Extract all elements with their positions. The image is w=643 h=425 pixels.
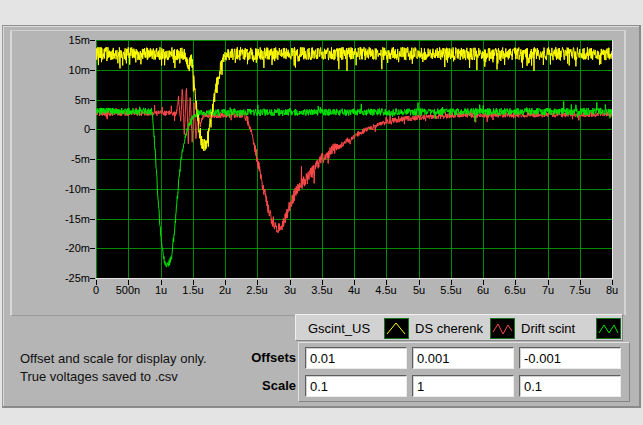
y-axis-tick-mark [90, 70, 95, 71]
y-axis-tick-mark [90, 189, 95, 190]
y-axis-tick-mark [90, 278, 95, 279]
y-axis-tick-mark [90, 40, 95, 41]
labview-front-panel: 15m10m5m0-5m-10m-15m-20m-25m0500n1u1.5u2… [0, 0, 643, 425]
y-axis-tick-mark [90, 248, 95, 249]
y-axis-tick-mark [90, 129, 95, 130]
y-axis-tick-mark [90, 219, 95, 220]
scale-input-drift-scint[interactable] [519, 375, 621, 397]
y-axis-tick-mark [90, 100, 95, 101]
display-note: Offset and scale for display only. True … [20, 350, 260, 386]
legend-line-style-icon-ds-cherenk[interactable] [490, 318, 515, 339]
plot-legend: Gscint_US DS cherenk Drift scint [295, 314, 623, 341]
legend-label-gscint-us[interactable]: Gscint_US [308, 321, 370, 336]
y-axis-tick-label: -25m [38, 272, 90, 284]
y-axis-tick-label: 5m [38, 94, 90, 106]
offset-input-gscint-us[interactable] [305, 347, 407, 369]
y-axis-tick-label: -10m [38, 183, 90, 195]
waveform-traces [96, 40, 612, 278]
y-axis-tick-label: 0 [38, 123, 90, 135]
y-axis-tick-mark [90, 159, 95, 160]
legend-line-style-icon-drift-scint[interactable] [596, 318, 621, 339]
scale-input-ds-cherenk[interactable] [412, 375, 514, 397]
legend-label-ds-cherenk[interactable]: DS cherenk [415, 321, 483, 336]
waveform-plot-area [96, 40, 613, 279]
offset-input-ds-cherenk[interactable] [412, 347, 514, 369]
offset-input-drift-scint[interactable] [519, 347, 621, 369]
display-note-line1: Offset and scale for display only. [20, 350, 260, 368]
scale-input-gscint-us[interactable] [305, 375, 407, 397]
y-axis-tick-label: 15m [38, 34, 90, 46]
legend-line-style-icon-gscint-us[interactable] [384, 318, 409, 339]
y-axis-tick-label: -20m [38, 242, 90, 254]
y-axis-tick-label: 10m [38, 64, 90, 76]
y-axis-tick-label: -5m [38, 153, 90, 165]
x-axis-tick-label: 8u [592, 284, 632, 296]
display-note-line2: True voltages saved to .csv [20, 368, 260, 386]
legend-label-drift-scint[interactable]: Drift scint [521, 321, 575, 336]
y-axis-tick-label: -15m [38, 213, 90, 225]
offset-scale-cluster [298, 342, 630, 402]
